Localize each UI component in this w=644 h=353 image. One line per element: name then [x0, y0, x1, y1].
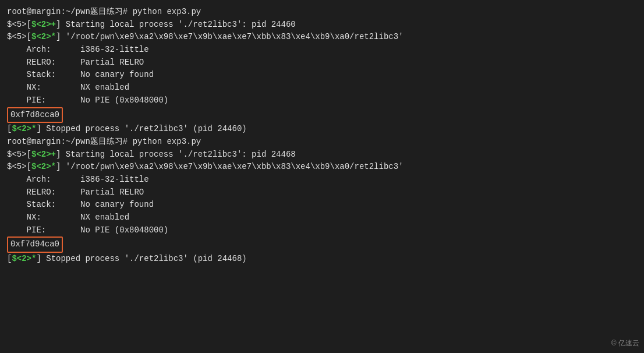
address-highlight-2: 0xf7d94ca0 — [7, 236, 63, 253]
terminal-line-16: Stack: No canary found — [7, 199, 637, 211]
terminal-line-20: [$<2>*] Stopped process './ret2libc3' (p… — [7, 253, 637, 266]
terminal-line-15: RELRO: Partial RELRO — [7, 186, 637, 199]
terminal-line-1: root@margin:~/pwn题目练习# python exp3.py — [7, 6, 637, 19]
watermark: © 亿速云 — [611, 338, 639, 348]
terminal-window: root@margin:~/pwn题目练习# python exp3.py $<… — [0, 0, 644, 353]
address-highlight-1: 0xf7d8cca0 — [7, 107, 63, 123]
terminal-line-12: $<5>[$<2>+] Starting local process './re… — [7, 149, 637, 161]
terminal-line-13: $<5>[$<2>*] '/root/pwn\xe9\xa2\x98\xe7\x… — [7, 161, 637, 174]
terminal-line-18: PIE: No PIE (0x8048000) — [7, 224, 637, 237]
terminal-line-19: 0xf7d94ca0 — [7, 236, 637, 253]
terminal-line-14: Arch: i386-32-little — [7, 174, 637, 186]
terminal-line-4: Arch: i386-32-little — [7, 44, 637, 57]
terminal-line-11: root@margin:~/pwn题目练习# python exp3.py — [7, 136, 637, 149]
terminal-line-9: 0xf7d8cca0 — [7, 107, 637, 123]
terminal-line-3: $<5>[$<2>*] '/root/pwn\xe9\xa2\x98\xe7\x… — [7, 31, 637, 44]
terminal-line-17: NX: NX enabled — [7, 211, 637, 224]
terminal-line-7: NX: NX enabled — [7, 82, 637, 94]
terminal-line-10: [$<2>*] Stopped process './ret2libc3' (p… — [7, 123, 637, 136]
terminal-line-2: $<5>[$<2>+] Starting local process './re… — [7, 19, 637, 31]
terminal-line-5: RELRO: Partial RELRO — [7, 57, 637, 69]
terminal-line-6: Stack: No canary found — [7, 69, 637, 82]
terminal-line-8: PIE: No PIE (0x8048000) — [7, 94, 637, 107]
